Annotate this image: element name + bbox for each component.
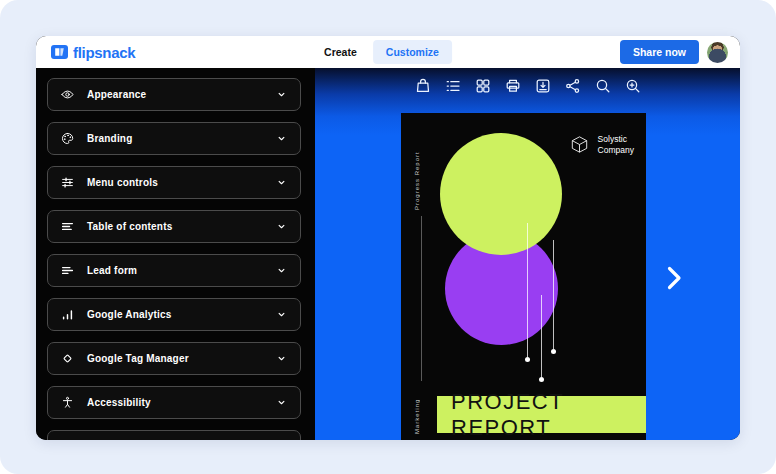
hanging-line — [527, 223, 528, 357]
hanging-line — [553, 240, 554, 349]
user-avatar[interactable] — [707, 42, 728, 63]
sidebar-item-partial[interactable] — [47, 430, 301, 440]
sidebar-item-table-of-contents[interactable]: Table of contents — [47, 210, 301, 243]
sidebar-item-label: Table of contents — [87, 221, 172, 232]
share-icon[interactable] — [564, 77, 582, 95]
sidebar-item-label: Branding — [87, 133, 133, 144]
sidebar-item-label: Google Tag Manager — [87, 353, 189, 364]
tab-customize[interactable]: Customize — [373, 40, 452, 64]
accessibility-person-icon — [61, 396, 74, 409]
grid-view-icon[interactable] — [474, 77, 492, 95]
sidebar-item-menu-controls[interactable]: Menu controls — [47, 166, 301, 199]
chevron-down-icon — [276, 221, 287, 232]
sidebar-item-accessibility[interactable]: Accessibility — [47, 386, 301, 419]
sidebar-item-branding[interactable]: Branding — [47, 122, 301, 155]
zoom-in-icon[interactable] — [624, 77, 642, 95]
sidebar-item-appearance[interactable]: Appearance — [47, 78, 301, 111]
page-list-icon[interactable] — [444, 77, 462, 95]
chevron-down-icon — [276, 89, 287, 100]
chevron-down-icon — [276, 397, 287, 408]
company-logo: Solystic Company — [568, 133, 634, 156]
app-canvas: flipsnack Create Customize Share now App… — [0, 0, 776, 474]
hanging-line-dot — [551, 349, 556, 354]
eye-icon — [61, 88, 74, 101]
shopping-bag-icon[interactable] — [414, 77, 432, 95]
cover-title: PROJECT REPORT — [451, 389, 646, 441]
top-header: flipsnack Create Customize Share now — [36, 36, 740, 68]
chevron-down-icon — [276, 353, 287, 364]
form-lines-icon — [61, 264, 74, 277]
next-page-button[interactable] — [664, 265, 684, 291]
hanging-line-dot — [525, 357, 530, 362]
sidebar-item-label: Google Analytics — [87, 309, 172, 320]
tab-create[interactable]: Create — [324, 46, 357, 58]
logo-text: flipsnack — [73, 44, 135, 61]
sliders-icon — [61, 176, 74, 189]
list-lines-icon — [61, 220, 74, 233]
green-circle-graphic — [440, 133, 562, 255]
chevron-right-icon — [664, 265, 684, 291]
diamond-icon — [61, 352, 74, 365]
header-actions: Share now — [620, 40, 728, 64]
flipsnack-logo-icon — [51, 45, 68, 59]
spine-bottom-label: Marketing — [414, 386, 420, 434]
sidebar-item-google-analytics[interactable]: Google Analytics — [47, 298, 301, 331]
flipsnack-window: flipsnack Create Customize Share now App… — [36, 36, 740, 440]
flipbook-cover-page[interactable]: Progress Report Marketing Solystic Compa… — [401, 113, 646, 440]
viewer-toolbar — [315, 77, 740, 95]
sidebar-item-label: Accessibility — [87, 397, 151, 408]
share-now-button[interactable]: Share now — [620, 40, 699, 64]
header-tabs: Create Customize — [324, 40, 452, 64]
chevron-down-icon — [276, 265, 287, 276]
chevron-down-icon — [276, 309, 287, 320]
sidebar-item-lead-form[interactable]: Lead form — [47, 254, 301, 287]
hanging-line — [541, 295, 542, 377]
search-icon[interactable] — [594, 77, 612, 95]
company-name: Solystic Company — [598, 134, 634, 156]
spine-top-label: Progress Report — [414, 135, 420, 210]
company-name-line1: Solystic — [598, 134, 634, 145]
print-icon[interactable] — [504, 77, 522, 95]
window-body: Appearance Branding Menu — [36, 68, 740, 440]
flipsnack-logo[interactable]: flipsnack — [51, 44, 135, 61]
sidebar-item-label: Lead form — [87, 265, 137, 276]
spine-divider-line — [421, 216, 422, 381]
palette-icon — [61, 132, 74, 145]
preview-canvas: Progress Report Marketing Solystic Compa… — [315, 68, 740, 440]
title-banner: PROJECT REPORT — [437, 396, 646, 433]
sidebar-item-label: Appearance — [87, 89, 146, 100]
sidebar-item-label: Menu controls — [87, 177, 158, 188]
chevron-down-icon — [276, 133, 287, 144]
sidebar-item-google-tag-manager[interactable]: Google Tag Manager — [47, 342, 301, 375]
download-icon[interactable] — [534, 77, 552, 95]
customize-sidebar: Appearance Branding Menu — [36, 68, 315, 440]
chevron-down-icon — [276, 177, 287, 188]
company-name-line2: Company — [598, 145, 634, 156]
hanging-line-dot — [539, 377, 544, 382]
cube-icon — [568, 133, 591, 156]
bar-chart-icon — [61, 308, 74, 321]
